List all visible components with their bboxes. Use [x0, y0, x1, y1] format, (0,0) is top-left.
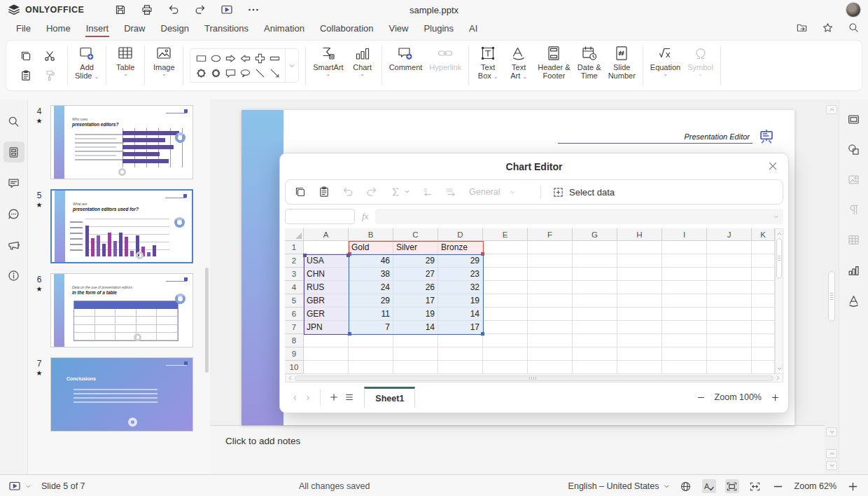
cell-G9[interactable]	[573, 347, 617, 361]
cell-A8[interactable]	[304, 334, 349, 347]
user-avatar[interactable]	[846, 2, 861, 18]
cell-D5[interactable]: 19	[438, 294, 483, 308]
cell-F3[interactable]	[528, 268, 573, 281]
cell-J2[interactable]	[707, 254, 752, 268]
grid-horizontal-scrollbar[interactable]	[285, 374, 783, 383]
notes-area[interactable]: Click to add notes	[210, 425, 825, 474]
image-settings-button[interactable]	[844, 170, 864, 189]
rect-shape-button[interactable]	[194, 51, 208, 65]
column-header-J[interactable]: J	[707, 228, 752, 241]
cell-K5[interactable]	[752, 294, 775, 308]
cell-D4[interactable]: 32	[438, 281, 483, 294]
row-header-8[interactable]: 8	[285, 334, 304, 347]
cell-C8[interactable]	[393, 334, 438, 347]
cell-A2[interactable]: USA	[304, 254, 349, 268]
cell-G6[interactable]	[573, 308, 617, 321]
cell-F10[interactable]	[528, 361, 573, 374]
cell-A10[interactable]	[304, 361, 349, 374]
arrow-right-shape-button[interactable]	[223, 51, 237, 65]
row-header-6[interactable]: 6	[285, 308, 304, 321]
cell-J9[interactable]	[707, 347, 752, 361]
cell-A7[interactable]: JPN	[304, 321, 349, 334]
cell-K7[interactable]	[752, 321, 775, 334]
cell-H9[interactable]	[617, 347, 662, 361]
image-button[interactable]: Image⌄	[148, 43, 179, 88]
cell-K4[interactable]	[752, 281, 775, 294]
cell-J10[interactable]	[707, 361, 752, 374]
cell-B7[interactable]: 7	[349, 321, 393, 334]
thumbnails-scrollbar[interactable]	[205, 268, 209, 373]
hyperlink-button[interactable]: Hyperlink	[426, 43, 465, 88]
menu-tab-home[interactable]: Home	[38, 21, 78, 37]
cell-J5[interactable]	[707, 294, 752, 308]
cell-F8[interactable]	[528, 334, 573, 347]
cell-F2[interactable]	[528, 254, 573, 268]
format-painter-button[interactable]	[41, 67, 58, 84]
cell-B9[interactable]	[349, 347, 393, 361]
chevron-down-icon[interactable]	[25, 483, 31, 490]
start-slideshow-button[interactable]	[8, 480, 21, 492]
cell-A1[interactable]	[304, 241, 349, 254]
fit-slide-button[interactable]	[725, 479, 739, 493]
cell-K6[interactable]	[752, 308, 775, 321]
cell-B1[interactable]: Gold	[349, 241, 393, 254]
cell-J6[interactable]	[707, 308, 752, 321]
cell-E1[interactable]	[483, 241, 528, 254]
minus-shape-button[interactable]	[267, 51, 281, 65]
column-header-B[interactable]: B	[349, 228, 393, 241]
cell-I10[interactable]	[662, 361, 707, 374]
header-footer-button[interactable]: Header &Footer	[534, 43, 573, 88]
canvas-scroll-thumb[interactable]	[828, 271, 835, 322]
cell-H10[interactable]	[617, 361, 662, 374]
zoom-out-button[interactable]	[696, 393, 706, 402]
cell-D1[interactable]: Bronze	[438, 241, 483, 254]
plus-shape-button[interactable]	[253, 51, 267, 65]
column-header-D[interactable]: D	[438, 228, 483, 241]
menu-tab-insert[interactable]: Insert	[78, 21, 117, 37]
number-format-dropdown[interactable]: General	[469, 187, 529, 197]
cell-F4[interactable]	[528, 281, 573, 294]
cell-I3[interactable]	[662, 268, 707, 281]
cell-I6[interactable]	[662, 308, 707, 321]
cell-C3[interactable]: 27	[393, 268, 438, 281]
ellipse-shape-button[interactable]	[209, 51, 223, 65]
undo-button[interactable]	[342, 186, 354, 198]
cell-G2[interactable]	[573, 254, 617, 268]
document-language-button[interactable]	[679, 479, 693, 493]
formula-input[interactable]	[375, 209, 773, 223]
cell-C7[interactable]: 14	[393, 321, 438, 334]
shape-settings-button[interactable]	[844, 139, 864, 159]
menu-tab-view[interactable]: View	[382, 21, 416, 37]
next-slide-button[interactable]	[826, 461, 837, 470]
add-sheet-button[interactable]	[326, 390, 342, 405]
paste-button[interactable]	[318, 186, 330, 198]
sheet-next-button[interactable]: ›	[302, 392, 315, 403]
smartart-button[interactable]: SmartArt⌄	[309, 43, 346, 88]
cell-B6[interactable]: 11	[349, 308, 393, 321]
column-header-I[interactable]: I	[662, 228, 707, 241]
row-header-1[interactable]: 1	[285, 241, 304, 254]
row-header-10[interactable]: 10	[285, 361, 304, 374]
sheet-prev-button[interactable]: ‹	[288, 392, 302, 403]
grid-vertical-scrollbar[interactable]	[775, 228, 783, 374]
zoom-in-button[interactable]	[846, 479, 860, 493]
cell-G1[interactable]	[573, 241, 617, 254]
open-location-button[interactable]	[796, 22, 808, 36]
about-panel-button[interactable]	[4, 265, 24, 286]
menu-tab-animation[interactable]: Animation	[256, 21, 312, 37]
cell-H4[interactable]	[617, 281, 662, 294]
cell-J1[interactable]	[707, 241, 752, 254]
cell-H6[interactable]	[617, 308, 662, 321]
copy-button[interactable]	[294, 186, 307, 198]
cell-H7[interactable]	[617, 321, 662, 334]
paragraph-settings-button[interactable]	[844, 200, 864, 219]
cell-I1[interactable]	[662, 241, 707, 254]
date-time-button[interactable]: Date &Time	[574, 43, 605, 88]
thumbnail-preview[interactable]: Conclusions	[50, 357, 193, 432]
callout-rect-shape-button[interactable]	[223, 66, 237, 80]
menu-tab-draw[interactable]: Draw	[116, 21, 153, 37]
column-header-F[interactable]: F	[528, 228, 573, 241]
menu-tab-plugins[interactable]: Plugins	[416, 21, 461, 37]
search-button[interactable]	[848, 22, 860, 36]
cell-A6[interactable]: GER	[304, 308, 349, 321]
